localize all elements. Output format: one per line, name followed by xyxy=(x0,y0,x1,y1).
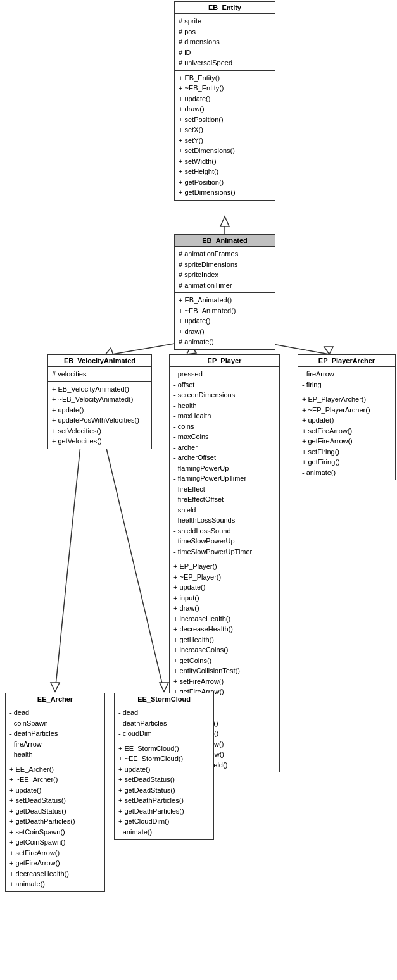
ep-player-title: EP_Player xyxy=(170,355,279,367)
eb-velocity-animated-class: EB_VelocityAnimated # velocities + EB_Ve… xyxy=(47,354,152,449)
ee-stormcloud-attributes: - dead - deathParticles - cloudDim xyxy=(115,705,213,741)
svg-line-11 xyxy=(101,427,164,692)
eb-entity-title: EB_Entity xyxy=(175,2,275,14)
ee-archer-methods: + EE_Archer() + ~EE_Archer() + update() … xyxy=(6,762,104,891)
ep-player-archer-title: EP_PlayerArcher xyxy=(298,355,395,367)
ep-player-archer-methods: + EP_PlayerArcher() + ~EP_PlayerArcher()… xyxy=(298,392,395,480)
eb-animated-class: EB_Animated # animationFrames # spriteDi… xyxy=(174,234,275,350)
ee-archer-title: EE_Archer xyxy=(6,693,104,705)
svg-line-9 xyxy=(55,427,82,692)
svg-marker-8 xyxy=(324,347,333,354)
eb-entity-class: EB_Entity # sprite # pos # dimensions # … xyxy=(174,1,275,201)
ee-archer-class: EE_Archer - dead - coinSpawn - deathPart… xyxy=(5,693,105,892)
ee-stormcloud-class: EE_StormCloud - dead - deathParticles - … xyxy=(114,693,214,840)
eb-velocity-animated-attributes: # velocities xyxy=(48,367,151,382)
ep-player-archer-class: EP_PlayerArcher - fireArrow - firing + E… xyxy=(298,354,396,480)
ep-player-attributes: - pressed - offset - screenDimensions - … xyxy=(170,367,279,559)
eb-animated-methods: + EB_Animated() + ~EB_Animated() + updat… xyxy=(175,293,275,349)
eb-velocity-animated-title: EB_VelocityAnimated xyxy=(48,355,151,367)
svg-marker-12 xyxy=(160,683,168,692)
eb-entity-methods: + EB_Entity() + ~EB_Entity() + update() … xyxy=(175,71,275,200)
eb-animated-attributes: # animationFrames # spriteDimensions # s… xyxy=(175,247,275,293)
svg-marker-10 xyxy=(51,683,60,692)
ee-archer-attributes: - dead - coinSpawn - deathParticles - fi… xyxy=(6,705,104,762)
ee-stormcloud-title: EE_StormCloud xyxy=(115,693,213,705)
ep-player-archer-attributes: - fireArrow - firing xyxy=(298,367,395,392)
eb-animated-title: EB_Animated xyxy=(175,235,275,247)
eb-velocity-animated-methods: + EB_VelocityAnimated() + ~EB_VelocityAn… xyxy=(48,382,151,449)
ee-stormcloud-methods: + EE_StormCloud() + ~EE_StormCloud() + u… xyxy=(115,741,213,840)
eb-entity-attributes: # sprite # pos # dimensions # iD # unive… xyxy=(175,14,275,71)
svg-marker-2 xyxy=(220,216,229,226)
